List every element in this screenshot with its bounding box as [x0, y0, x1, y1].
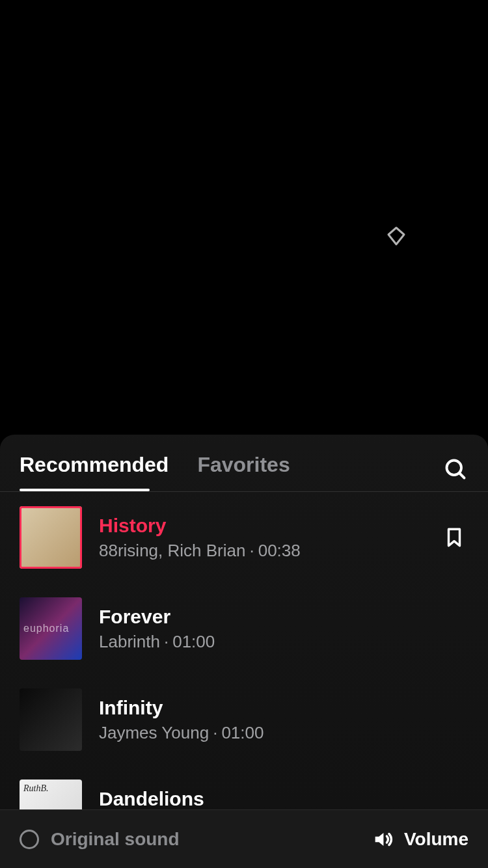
track-cover: [20, 597, 82, 660]
volume-button[interactable]: Volume: [372, 828, 468, 850]
track-title: Dandelions: [99, 788, 468, 810]
heart-outline-icon: [385, 224, 408, 247]
track-title: Forever: [99, 606, 468, 628]
track-meta: Jaymes Young·01:00: [99, 723, 468, 743]
bookmark-button[interactable]: [440, 523, 468, 552]
track-meta: 88rising, Rich Brian·00:38: [99, 541, 423, 561]
track-row[interactable]: Infinity Jaymes Young·01:00: [20, 674, 468, 765]
svg-line-1: [459, 473, 465, 478]
bookmark-icon: [443, 526, 465, 549]
track-row[interactable]: History 88rising, Rich Brian·00:38: [20, 492, 468, 583]
sound-picker-panel: Recommended Favorites History 88rising, …: [0, 435, 488, 868]
track-cover: [20, 688, 82, 751]
search-icon: [444, 457, 467, 481]
original-sound-label: Original sound: [51, 829, 180, 850]
track-title: History: [99, 515, 423, 537]
volume-icon: [372, 828, 394, 850]
track-meta: Labrinth·01:00: [99, 632, 468, 652]
volume-label: Volume: [404, 829, 468, 850]
track-cover: [20, 506, 82, 569]
radio-unchecked-icon: [20, 830, 39, 849]
track-list: History 88rising, Rich Brian·00:38 Forev…: [0, 492, 488, 856]
bottom-toolbar: Original sound Volume: [0, 809, 488, 868]
original-sound-toggle[interactable]: Original sound: [20, 829, 180, 850]
tab-recommended[interactable]: Recommended: [20, 453, 169, 491]
search-button[interactable]: [442, 456, 468, 482]
track-row[interactable]: Forever Labrinth·01:00: [20, 583, 468, 674]
track-title: Infinity: [99, 697, 468, 719]
tab-favorites[interactable]: Favorites: [197, 453, 290, 491]
